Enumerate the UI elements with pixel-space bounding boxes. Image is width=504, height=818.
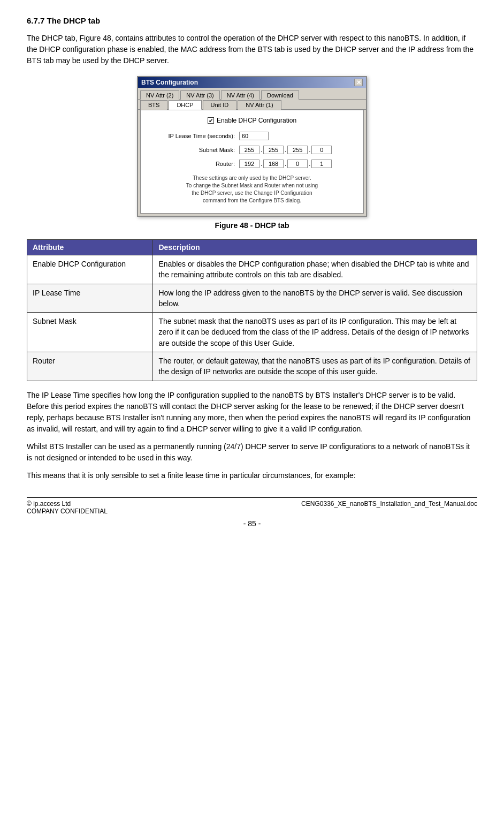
subnet-mask-row: Subnet Mask: . . . — [149, 146, 355, 154]
router-label: Router: — [149, 161, 235, 167]
footer-right: CENG0336_XE_nanoBTS_Installation_and_Tes… — [301, 500, 477, 515]
tabs-row-2: BTS DHCP Unit ID NV Attr (1) — [138, 100, 366, 110]
tab-bts[interactable]: BTS — [140, 100, 167, 110]
tab-nv-attr-4[interactable]: NV Attr (4) — [221, 90, 260, 100]
tab-nv-attr-2[interactable]: NV Attr (2) — [140, 90, 179, 100]
subnet-mask-octet-1[interactable] — [239, 146, 259, 154]
tab-nv-attr-3[interactable]: NV Attr (3) — [180, 90, 219, 100]
router-dot-1: . — [261, 161, 262, 167]
router-dot-3: . — [309, 161, 310, 167]
subnet-dot-3: . — [309, 147, 310, 153]
table-attr-0: Enable DHCP Configuration — [27, 255, 153, 284]
enable-dhcp-label: Enable DHCP Configuration — [217, 117, 296, 124]
enable-dhcp-row: ✔ Enable DHCP Configuration — [149, 117, 355, 124]
table-attr-1: IP Lease Time — [27, 284, 153, 313]
intro-paragraph: The DHCP tab, Figure 48, contains attrib… — [27, 33, 477, 66]
router-octet-3[interactable] — [287, 160, 308, 168]
tab-nv-attr-1[interactable]: NV Attr (1) — [238, 100, 281, 110]
bts-dialog: BTS Configuration ✕ NV Attr (2) NV Attr … — [137, 76, 367, 217]
dhcp-note-line-4: command from the Configure BTS dialog. — [149, 197, 355, 205]
section-heading: 6.7.7 The DHCP tab — [27, 16, 477, 25]
page-number: - 85 - — [27, 519, 477, 528]
lease-time-row: IP Lease Time (seconds): — [149, 132, 355, 140]
router-row: Router: . . . — [149, 160, 355, 168]
dialog-titlebar: BTS Configuration ✕ — [138, 77, 366, 88]
subnet-mask-octet-3[interactable] — [287, 146, 308, 154]
dhcp-note: These settings are only used by the DHCP… — [149, 175, 355, 205]
table-desc-1: How long the IP address given to the nan… — [153, 284, 477, 313]
subnet-mask-octet-4[interactable] — [311, 146, 332, 154]
attribute-table: Attribute Description Enable DHCP Config… — [27, 239, 477, 381]
subnet-dot-1: . — [261, 147, 262, 153]
router-octet-4[interactable] — [311, 160, 332, 168]
table-attr-3: Router — [27, 352, 153, 381]
table-desc-3: The router, or default gateway, that the… — [153, 352, 477, 381]
subnet-mask-inputs: . . . — [239, 146, 332, 154]
tab-dhcp[interactable]: DHCP — [169, 100, 201, 110]
tab-unit-id[interactable]: Unit ID — [203, 100, 237, 110]
router-octet-1[interactable] — [239, 160, 259, 168]
tab-download[interactable]: Download — [261, 90, 299, 100]
table-attr-2: Subnet Mask — [27, 313, 153, 352]
table-desc-0: Enables or disables the DHCP configurati… — [153, 255, 477, 284]
dhcp-note-line-3: the DHCP server, use the Change IP Confi… — [149, 190, 355, 197]
router-octet-2[interactable] — [263, 160, 284, 168]
router-dot-2: . — [285, 161, 286, 167]
subnet-mask-octet-2[interactable] — [263, 146, 284, 154]
dialog-title: BTS Configuration — [141, 79, 198, 86]
dialog-close-button[interactable]: ✕ — [354, 79, 363, 86]
dialog-content: ✔ Enable DHCP Configuration IP Lease Tim… — [140, 110, 364, 214]
enable-dhcp-checkbox[interactable]: ✔ — [208, 117, 214, 124]
table-desc-2: The subnet mask that the nanoBTS uses as… — [153, 313, 477, 352]
router-inputs: . . . — [239, 160, 332, 168]
tabs-row-1: NV Attr (2) NV Attr (3) NV Attr (4) Down… — [138, 88, 366, 100]
body-paragraph-0: The IP Lease Time specifies how long the… — [27, 390, 477, 435]
body-paragraph-1: Whilst BTS Installer can be used as a pe… — [27, 441, 477, 464]
footer: © ip.access Ltd COMPANY CONFIDENTIAL CEN… — [27, 497, 477, 515]
body-paragraphs: The IP Lease Time specifies how long the… — [27, 390, 477, 481]
lease-time-label: IP Lease Time (seconds): — [149, 133, 235, 139]
dhcp-note-line-1: These settings are only used by the DHCP… — [149, 175, 355, 182]
table-header-attribute: Attribute — [27, 240, 153, 255]
footer-left: © ip.access Ltd COMPANY CONFIDENTIAL — [27, 500, 108, 515]
table-header-description: Description — [153, 240, 477, 255]
subnet-dot-2: . — [285, 147, 286, 153]
figure-caption: Figure 48 - DHCP tab — [215, 221, 289, 230]
lease-time-input[interactable] — [239, 132, 269, 140]
dhcp-note-line-2: To change the Subnet Mask and Router whe… — [149, 182, 355, 190]
subnet-mask-label: Subnet Mask: — [149, 147, 235, 153]
figure-container: BTS Configuration ✕ NV Attr (2) NV Attr … — [27, 76, 477, 230]
body-paragraph-2: This means that it is only sensible to s… — [27, 470, 477, 481]
